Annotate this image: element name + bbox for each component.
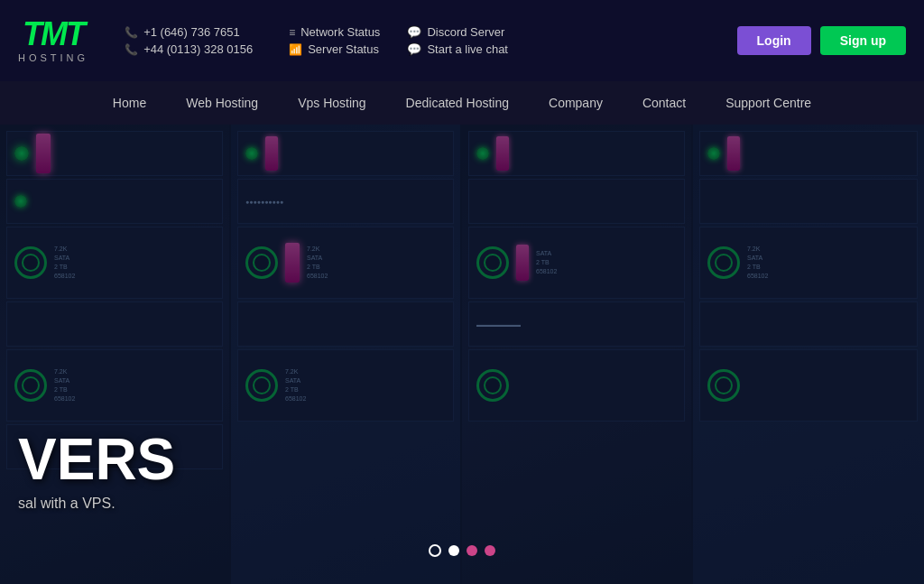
top-bar: TMT HOSTING 📞 +1 (646) 736 7651 📞 +44 (0… [0,0,924,81]
discord-link[interactable]: 💬 Discord Server [407,25,508,39]
slider-dot-1[interactable] [429,544,441,557]
auth-buttons: Login Sign up [737,26,906,55]
hero-subtitle: sal with a VPS. [18,496,175,512]
nav-company[interactable]: Company [529,83,623,123]
nav-web-hosting[interactable]: Web Hosting [166,83,278,123]
nav-vps-hosting[interactable]: Vps Hosting [278,83,385,123]
hero-overlay [0,125,924,584]
network-status-link[interactable]: ≡ Network Status [289,25,380,39]
slider-dot-4[interactable] [485,545,495,556]
nav-contact[interactable]: Contact [623,83,706,123]
phone2-number: +44 (0113) 328 0156 [143,42,253,56]
nav-dedicated-hosting[interactable]: Dedicated Hosting [386,83,529,123]
network-status-icon: ≡ [289,26,295,39]
slider-dots [429,544,495,557]
hero-content: VERS sal with a VPS. [0,431,193,512]
slider-dot-3[interactable] [467,545,477,556]
phone2-icon: 📞 [125,43,138,56]
nav-bar: Home Web Hosting Vps Hosting Dedicated H… [0,81,924,125]
login-button[interactable]: Login [737,26,811,55]
nav-support-centre[interactable]: Support Centre [706,83,831,123]
logo-tmt: TMT [23,18,84,51]
server-status-label: Server Status [308,42,379,56]
discord-links: 💬 Discord Server 💬 Start a live chat [407,25,508,56]
live-chat-label: Start a live chat [427,42,508,56]
hero-title: VERS [18,431,175,488]
contact-info: 📞 +1 (646) 736 7651 📞 +44 (0113) 328 015… [125,25,253,56]
nav-home[interactable]: Home [93,83,166,123]
hero-section: 7.2KSATA2 TB658102 7.2KSATA2 TB658102 [0,125,924,584]
logo: TMT HOSTING [18,18,88,63]
signup-button[interactable]: Sign up [820,26,906,55]
discord-label: Discord Server [427,25,504,39]
server-status-link[interactable]: 📶 Server Status [289,42,380,56]
live-chat-icon: 💬 [407,42,421,56]
discord-icon: 💬 [407,25,421,39]
status-links: ≡ Network Status 📶 Server Status [289,25,380,56]
slider-dot-2[interactable] [448,545,459,556]
server-status-icon: 📶 [289,43,302,56]
live-chat-link[interactable]: 💬 Start a live chat [407,42,508,56]
phone2-item: 📞 +44 (0113) 328 0156 [125,42,253,56]
phone1-item: 📞 +1 (646) 736 7651 [125,25,253,39]
network-status-label: Network Status [300,25,380,39]
phone1-icon: 📞 [125,26,138,39]
phone1-number: +1 (646) 736 7651 [143,25,240,39]
logo-hosting: HOSTING [18,52,88,63]
